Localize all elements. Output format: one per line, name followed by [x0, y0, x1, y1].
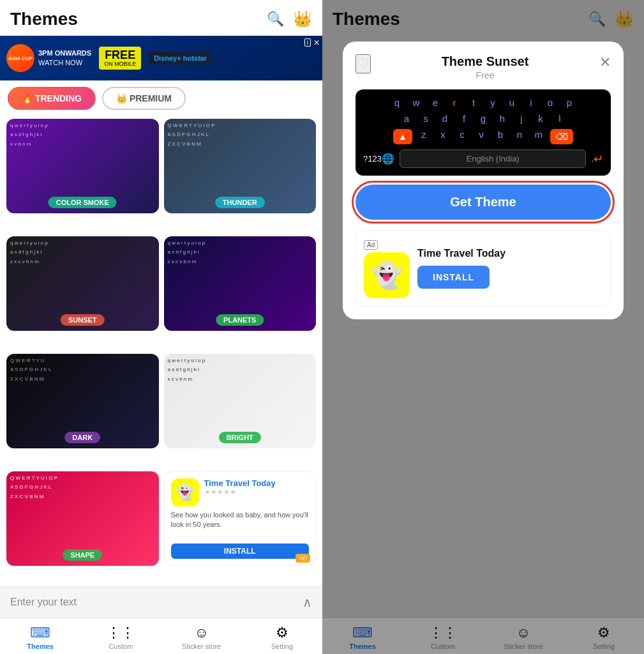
themes-nav-label: Themes [27, 643, 54, 650]
keyboard-row-1: q w e r t y u i o p [361, 97, 606, 108]
left-bottom-nav: ⌨ Themes ⋮⋮ Custom ☺ Sticker store ⚙ Set… [0, 618, 322, 654]
premium-tab[interactable]: 👑 PREMIUM [102, 87, 186, 110]
themes-nav-icon: ⌨ [30, 625, 50, 641]
theme-label-sunset: SUNSET [61, 314, 105, 326]
theme-preview-color-smoke: q w e r t y u i o pa s d f g h j k lx v … [6, 119, 159, 213]
modal-ad-title: Time Travel Today [417, 248, 603, 259]
search-button[interactable]: 🔍 [267, 11, 284, 27]
enter-key: ↵ [594, 152, 603, 166]
modal-overlay[interactable]: ♡ Theme Sunset Free ✕ q w e r t y u [322, 0, 644, 654]
theme-preview-shape: Q W E R T Y U I O PA S D F G H J K LZ X … [6, 471, 159, 566]
ad-banner-left: ASIA CUP 3PM ONWARDS WATCH NOW FREE ON M… [6, 44, 212, 72]
theme-preview-sunset: q w e r t y u i o pa s d f g h j k lz x … [6, 236, 159, 331]
ad-card-desc: See how you looked as baby, and how you'… [171, 510, 310, 530]
left-panel: Themes 🔍 👑 ASIA CUP 3PM ONWARDS WATCH NO… [0, 0, 322, 654]
install-button-grid[interactable]: INSTALL [171, 544, 310, 559]
theme-modal: ♡ Theme Sunset Free ✕ q w e r t y u [343, 42, 624, 319]
snapchat-logo-small: 👻 [171, 478, 199, 506]
chevron-up-icon[interactable]: ∧ [303, 595, 312, 610]
left-nav-custom[interactable]: ⋮⋮ Custom [80, 622, 161, 653]
crown-button[interactable]: 👑 [293, 10, 312, 28]
text-input-placeholder: Enter your text [10, 597, 77, 608]
ad-card-title: Time Travel Today [204, 478, 276, 488]
theme-card-sunset[interactable]: q w e r t y u i o pa s d f g h j k lz x … [6, 236, 159, 331]
theme-label-thunder: THUNDER [215, 197, 265, 208]
theme-card-dark[interactable]: Q W E R T Y UA S D F G H J K LZ X C V B … [6, 354, 159, 448]
theme-card-color-smoke[interactable]: q w e r t y u i o pa s d f g h j k lx v … [6, 119, 159, 213]
theme-label-dark: DARK [64, 432, 100, 443]
ad-card-grid: 👻 Time Travel Today ★★★★★ See how you lo… [164, 471, 317, 566]
custom-nav-icon: ⋮⋮ [107, 625, 135, 641]
text-input-bar[interactable]: Enter your text ∧ [0, 586, 322, 618]
ad-info-icon: i [304, 38, 311, 47]
custom-nav-label: Custom [109, 643, 133, 650]
theme-card-shape[interactable]: Q W E R T Y U I O PA S D F G H J K LZ X … [6, 471, 159, 566]
sticker-nav-label: Sticker store [182, 643, 221, 650]
left-header-icons: 🔍 👑 [267, 10, 312, 28]
theme-preview-dark: Q W E R T Y UA S D F G H J K LZ X C V B … [6, 354, 159, 448]
modal-ad-badge: Ad [364, 240, 378, 250]
theme-label-planets: PLANETS [216, 314, 264, 326]
theme-preview-thunder: Q W E R T Y U I O PA S D F G H J K LZ X … [164, 119, 317, 213]
left-nav-setting[interactable]: ⚙ Setting [242, 622, 322, 653]
modal-install-button[interactable]: INSTALL [417, 266, 490, 289]
right-panel: Themes 🔍 👑 ♡ Theme Sunset Free ✕ q [322, 0, 644, 654]
setting-nav-icon: ⚙ [276, 625, 288, 641]
ad-free-block: FREE ON MOBILE [99, 47, 141, 70]
modal-title: Theme Sunset [371, 54, 599, 69]
ad-banner[interactable]: ASIA CUP 3PM ONWARDS WATCH NOW FREE ON M… [0, 36, 322, 80]
ad-close-button[interactable]: ✕ [313, 38, 320, 47]
space-key: English (India) [400, 149, 586, 168]
ad-badge-grid: AD [296, 554, 310, 563]
theme-label-bright: BRIGHT [219, 432, 261, 443]
get-theme-button[interactable]: Get Theme [356, 185, 611, 220]
shift-key: ▲ [393, 129, 412, 144]
theme-card-planets[interactable]: q w e r t y u i o pa s d f g h j k lz x … [164, 236, 317, 331]
left-nav-sticker[interactable]: ☺ Sticker store [161, 622, 242, 653]
keyboard-preview: q w e r t y u i o p a s d f g [356, 89, 611, 176]
ad-text: 3PM ONWARDS WATCH NOW [38, 49, 91, 68]
modal-subtitle: Free [371, 70, 599, 80]
keyboard-row-3: ▲ z x c v b n m ⌫ [361, 129, 606, 144]
hotstar-logo: Disney+ hotstar [149, 52, 212, 65]
modal-ad-card: Ad 👻 Time Travel Today INSTALL [356, 230, 611, 307]
filter-tabs: 🔥 TRENDING 👑 PREMIUM [0, 80, 322, 116]
theme-card-thunder[interactable]: Q W E R T Y U I O PA S D F G H J K LZ X … [164, 119, 317, 213]
modal-heart-button[interactable]: ♡ [356, 54, 371, 73]
snapchat-logo-big: 👻 [364, 252, 410, 298]
modal-header: ♡ Theme Sunset Free ✕ [356, 54, 611, 80]
keyboard-bottom-row: ?123 🌐 English (India) . ↵ [361, 149, 606, 168]
theme-label-color-smoke: COLOR SMOKE [49, 197, 117, 208]
globe-key: 🌐 [382, 153, 394, 165]
setting-nav-label: Setting [271, 643, 293, 650]
theme-preview-planets: q w e r t y u i o pa s d f g h j k lz x … [164, 236, 317, 331]
left-header: Themes 🔍 👑 [0, 0, 322, 36]
theme-card-bright[interactable]: q w e r t y u i o pa s d f g h j k lx c … [164, 354, 317, 448]
sticker-nav-icon: ☺ [194, 625, 208, 641]
keyboard-row-2: a s d f g h j k l [361, 113, 606, 124]
left-title: Themes [10, 9, 78, 29]
trending-tab[interactable]: 🔥 TRENDING [8, 87, 96, 110]
delete-key: ⌫ [550, 129, 573, 144]
theme-label-shape: SHAPE [63, 549, 102, 561]
num-key: ?123 [363, 154, 382, 164]
left-nav-themes[interactable]: ⌨ Themes [0, 622, 80, 653]
theme-grid: q w e r t y u i o pa s d f g h j k lx v … [0, 116, 322, 586]
theme-preview-bright: q w e r t y u i o pa s d f g h j k lx c … [164, 354, 317, 448]
asia-cup-logo: ASIA CUP [6, 44, 34, 72]
modal-close-button[interactable]: ✕ [599, 54, 611, 71]
